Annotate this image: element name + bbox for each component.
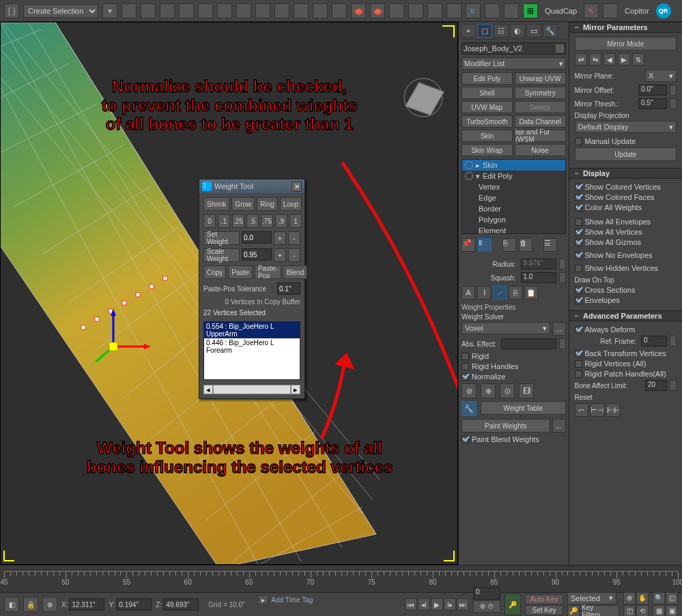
nav-icon-3[interactable]: ◫ bbox=[623, 605, 636, 617]
mirror-thresh-input[interactable]: 0.5" bbox=[638, 98, 667, 109]
weight-tool-titlebar[interactable]: 3 Weight Tool ✕ bbox=[199, 179, 304, 193]
show-all-envelopes-checkbox[interactable]: Show All Envelopes bbox=[575, 218, 677, 226]
preset-100[interactable]: 1 bbox=[289, 214, 302, 228]
nav-icon-1[interactable]: ⊕ bbox=[623, 592, 636, 604]
spinner-icon[interactable] bbox=[670, 98, 677, 109]
scale-plus-button[interactable]: + bbox=[274, 248, 286, 262]
mirror-bone-gb-icon[interactable]: ◀ bbox=[603, 53, 616, 65]
paint-blend-checkbox[interactable]: Paint Blend Weights bbox=[461, 435, 566, 443]
play-icon[interactable]: ▶ bbox=[431, 598, 443, 611]
copitor-label[interactable]: Copitor bbox=[622, 7, 651, 15]
mod-symmetry[interactable]: Symmetry bbox=[515, 87, 566, 99]
include-verts-icon[interactable]: ⊕ bbox=[481, 383, 496, 398]
goto-start-icon[interactable]: ⏮ bbox=[405, 598, 417, 611]
toolbar-icon-9[interactable] bbox=[274, 3, 289, 18]
stack-polygon[interactable]: Polygon bbox=[462, 214, 565, 225]
teapot-icon-2[interactable]: 🫖 bbox=[370, 3, 385, 18]
toolbar-icon-24[interactable] bbox=[603, 3, 618, 18]
weight-tool-button[interactable]: 🔧 bbox=[461, 401, 477, 416]
show-all-vertices-checkbox[interactable]: Show All Vertices bbox=[575, 228, 677, 236]
prev-frame-icon[interactable]: ◂Ⅰ bbox=[418, 598, 430, 611]
x-coord-input[interactable]: 12.311" bbox=[69, 598, 104, 611]
nav-icon-2[interactable]: ✋ bbox=[636, 592, 649, 604]
hierarchy-tab[interactable]: ☷ bbox=[494, 24, 509, 38]
display-tab[interactable]: ▭ bbox=[526, 24, 541, 38]
object-color-swatch[interactable] bbox=[556, 44, 564, 53]
toolbar-icon-18[interactable] bbox=[446, 3, 461, 18]
lock-selection-icon[interactable]: 🔒 bbox=[23, 597, 38, 612]
advanced-params-header[interactable]: Advanced Parameters bbox=[569, 310, 683, 321]
select-excl-icon[interactable]: ⊙ bbox=[500, 383, 515, 398]
toolbar-icon-21[interactable] bbox=[504, 3, 519, 18]
shrink-button[interactable]: Shrink bbox=[203, 197, 229, 211]
motion-tab[interactable]: ◐ bbox=[510, 24, 525, 38]
always-deform-checkbox[interactable]: Always Deform bbox=[575, 325, 677, 334]
object-name-field[interactable]: Joseph_Body_V2 bbox=[461, 42, 566, 55]
z-coord-input[interactable]: 49.693" bbox=[163, 598, 199, 611]
loop-button[interactable]: Loop bbox=[280, 197, 302, 211]
spinner-icon[interactable] bbox=[670, 85, 677, 96]
biped-icon[interactable]: 𑀫 bbox=[466, 3, 481, 18]
time-tag-icon[interactable]: ▸ bbox=[257, 595, 268, 604]
show-no-envelopes-checkbox[interactable]: Show No Envelopes bbox=[575, 251, 677, 259]
cross-sections-checkbox[interactable]: Cross Sections bbox=[575, 286, 677, 294]
bone-weight-item[interactable]: 0.554 : Bip_JoeHero L UpperArm bbox=[204, 322, 300, 338]
teapot-icon[interactable]: 🫖 bbox=[351, 3, 366, 18]
display-projection-dropdown[interactable]: Default Display▾ bbox=[575, 121, 677, 133]
auto-key-button[interactable]: Auto Key bbox=[525, 594, 563, 604]
add-time-tag-link[interactable]: Add Time Tag bbox=[271, 596, 313, 604]
spinner-icon[interactable] bbox=[559, 338, 566, 349]
set-key-button[interactable]: Set Key bbox=[525, 605, 563, 615]
mirror-bone-bg-icon[interactable]: ▶ bbox=[618, 53, 630, 65]
key-icon[interactable]: 🔑 bbox=[567, 605, 580, 617]
show-colored-vertices-checkbox[interactable]: Show Colored Vertices bbox=[575, 183, 677, 191]
nav-icon-7[interactable]: ▦ bbox=[653, 605, 665, 617]
stack-vertex[interactable]: Vertex bbox=[462, 181, 565, 192]
cross-section-icon[interactable]: ⟋ bbox=[493, 286, 507, 299]
mod-turbosmooth[interactable]: TurboSmooth bbox=[461, 115, 513, 128]
show-all-gizmos-checkbox[interactable]: Show All Gizmos bbox=[575, 238, 677, 246]
mirror-plane-dropdown[interactable]: X▾ bbox=[645, 70, 677, 82]
toolbar-icon-1[interactable] bbox=[122, 3, 137, 18]
timeline[interactable]: 4550556065707580859095100 bbox=[0, 565, 682, 592]
bone-weight-list[interactable]: 0.554 : Bip_JoeHero L UpperArm 0.446 : B… bbox=[203, 321, 300, 380]
bake-verts-icon[interactable]: 🎞 bbox=[519, 383, 534, 398]
toolbar-icon-12[interactable] bbox=[332, 3, 347, 18]
show-end-result-icon[interactable]: Ⅱ bbox=[478, 238, 492, 252]
reset-sel-bone-icon[interactable]: ⊢⊣ bbox=[591, 403, 604, 417]
toolbar-icon-7[interactable] bbox=[236, 3, 251, 18]
utilities-tab[interactable]: 🔧 bbox=[543, 24, 558, 38]
qr-icon[interactable]: QR bbox=[656, 3, 671, 18]
pin-stack-icon[interactable]: 📌 bbox=[461, 238, 475, 252]
set-weight-button[interactable]: Set Weight bbox=[203, 231, 240, 245]
y-coord-input[interactable]: 0.194" bbox=[116, 598, 152, 611]
viewport[interactable]: Normalize should be checked,to prevent t… bbox=[0, 22, 458, 565]
paint-options-button[interactable]: ... bbox=[552, 419, 566, 432]
grid-icon[interactable]: ⊞ bbox=[523, 3, 538, 18]
mirror-vert-icon[interactable]: ⇅ bbox=[632, 53, 644, 65]
bone-weight-item[interactable]: 0.446 : Bip_JoeHero L Forearm bbox=[204, 338, 300, 355]
mod-noise[interactable]: Noise bbox=[515, 144, 566, 156]
mod-edit-poly[interactable]: Edit Poly bbox=[461, 72, 513, 85]
preset-75[interactable]: .75 bbox=[261, 214, 273, 228]
modify-tab[interactable]: ▢ bbox=[477, 24, 492, 38]
display-header[interactable]: Display bbox=[569, 168, 683, 179]
mirror-paste-green-blue-icon[interactable]: ⇄ bbox=[575, 53, 587, 65]
selection-brackets-icon[interactable]: { } bbox=[4, 3, 19, 18]
paste-pos-button[interactable]: Paste-Pos bbox=[255, 265, 281, 279]
stack-element[interactable]: Element bbox=[462, 225, 565, 234]
mirror-mode-button[interactable]: Mirror Mode bbox=[575, 37, 677, 50]
update-button[interactable]: Update bbox=[575, 147, 677, 161]
mod-skin[interactable]: Skin bbox=[461, 130, 513, 142]
cursor-icon[interactable]: ↖ bbox=[584, 3, 599, 18]
normalize-checkbox[interactable]: Normalize bbox=[461, 372, 566, 381]
visibility-icon[interactable] bbox=[465, 172, 473, 180]
toolbar-icon-8[interactable] bbox=[255, 3, 270, 18]
weight-table-button[interactable]: Weight Table bbox=[481, 401, 566, 415]
configure-sets-icon[interactable]: ☰ bbox=[543, 238, 557, 252]
rigid-vertices-all-checkbox[interactable]: Rigid Vertices (All) bbox=[575, 360, 677, 368]
stack-edge[interactable]: Edge bbox=[462, 192, 565, 203]
quadcap-label[interactable]: QuadCap bbox=[542, 7, 580, 15]
modifier-stack[interactable]: ▸Skin ▾Edit Poly Vertex Edge Border Poly… bbox=[461, 159, 566, 234]
toolbar-icon-15[interactable] bbox=[389, 3, 404, 18]
